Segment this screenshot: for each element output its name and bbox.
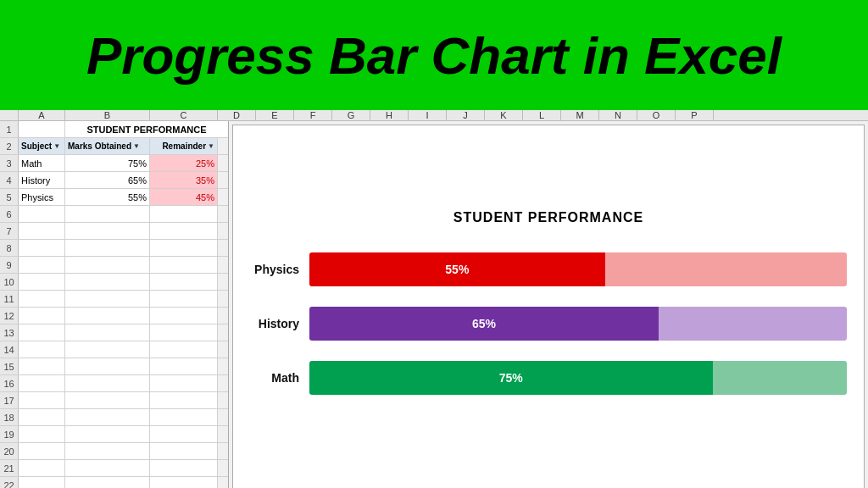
row-num: 4 [0, 172, 19, 188]
col-k: K [485, 110, 523, 120]
bar-row-physics: Physics 55% [250, 252, 847, 286]
table-row: 1 STUDENT PERFORMANCE [0, 121, 228, 138]
col-g: G [332, 110, 370, 120]
table-row: 16 [0, 375, 228, 392]
cell-marks-history[interactable]: 65% [65, 172, 150, 188]
bar-remainder-physics [605, 252, 847, 286]
bar-fill-math: 75% [309, 361, 713, 395]
col-f: F [294, 110, 332, 120]
table-row: 9 [0, 257, 228, 274]
table-row: 14 [0, 341, 228, 358]
chart-area: STUDENT PERFORMANCE Physics 55% History … [232, 125, 865, 488]
bar-label-math: Math [250, 371, 309, 385]
bar-row-math: Math 75% [250, 361, 847, 395]
table-row: 21 [0, 460, 228, 477]
table-row: 11 [0, 291, 228, 308]
cell-a2[interactable]: Subject ▼ [19, 138, 65, 154]
col-c: C [150, 110, 218, 120]
col-p: P [676, 110, 714, 120]
cell-remainder-physics[interactable]: 45% [150, 189, 218, 205]
row-num: 1 [0, 121, 19, 137]
column-headers: A B C D E F G H I J K L M N O P [0, 110, 868, 121]
bar-container-math: 75% [309, 361, 847, 395]
cell-marks-math[interactable]: 75% [65, 155, 150, 171]
table-row: 10 [0, 274, 228, 291]
table-row: 19 [0, 426, 228, 443]
row-num: 2 [0, 138, 19, 154]
page-title: Progress Bar Chart in Excel [86, 25, 782, 86]
left-grid: 1 STUDENT PERFORMANCE 2 Subject ▼ Marks … [0, 121, 229, 488]
table-row: 20 [0, 443, 228, 460]
bar-row-history: History 65% [250, 307, 847, 341]
bar-label-history: History [250, 317, 309, 330]
row-num: 5 [0, 189, 19, 205]
cell-a1[interactable] [19, 121, 65, 137]
title-bar: Progress Bar Chart in Excel [0, 0, 868, 110]
cell-subject-history[interactable]: History [19, 172, 65, 188]
row-num: 3 [0, 155, 19, 171]
table-row: 17 [0, 392, 228, 409]
cell-b2[interactable]: Marks Obtained ▼ [65, 138, 150, 154]
table-row: 22 [0, 477, 228, 488]
col-b: B [65, 110, 150, 120]
filter-icon[interactable]: ▼ [53, 142, 60, 150]
bar-fill-history: 65% [309, 307, 659, 341]
col-o: O [637, 110, 676, 120]
col-e: E [256, 110, 294, 120]
bar-remainder-history [659, 307, 847, 341]
bar-label-physics: Physics [250, 263, 309, 276]
cell-remainder-math[interactable]: 25% [150, 155, 218, 171]
table-row: 5 Physics 55% 45% [0, 189, 228, 206]
table-row: 18 [0, 409, 228, 426]
table-row: 3 Math 75% 25% [0, 155, 228, 172]
col-l: L [523, 110, 561, 120]
table-row: 8 [0, 240, 228, 257]
cell-subject-math[interactable]: Math [19, 155, 65, 171]
col-j: J [447, 110, 485, 120]
filter-icon-c[interactable]: ▼ [208, 142, 214, 150]
excel-area: A B C D E F G H I J K L M N O P 1 STUDEN… [0, 110, 868, 488]
col-d: D [218, 110, 256, 120]
cell-remainder-history[interactable]: 35% [150, 172, 218, 188]
cell-subject-physics[interactable]: Physics [19, 189, 65, 205]
student-performance-label: STUDENT PERFORMANCE [65, 121, 228, 137]
bar-remainder-math [713, 361, 848, 395]
col-m: M [561, 110, 599, 120]
cell-marks-physics[interactable]: 55% [65, 189, 150, 205]
bar-fill-physics: 55% [309, 252, 605, 286]
col-n: N [599, 110, 637, 120]
table-row: 7 [0, 223, 228, 240]
col-h: H [370, 110, 409, 120]
table-row: 6 [0, 206, 228, 223]
table-row: 12 [0, 308, 228, 324]
cell-c2[interactable]: Remainder ▼ [150, 138, 218, 154]
sheet-body: 1 STUDENT PERFORMANCE 2 Subject ▼ Marks … [0, 121, 868, 488]
table-row: 4 History 65% 35% [0, 172, 228, 189]
row-num-header [0, 110, 19, 120]
col-i: I [409, 110, 447, 120]
bar-container-physics: 55% [309, 252, 847, 286]
table-row: 2 Subject ▼ Marks Obtained ▼ Remainder ▼ [0, 138, 228, 155]
filter-icon-b[interactable]: ▼ [133, 142, 140, 150]
chart-title: STUDENT PERFORMANCE [453, 210, 643, 225]
bar-container-history: 65% [309, 307, 847, 341]
table-row: 13 [0, 324, 228, 341]
table-row: 15 [0, 358, 228, 375]
col-a: A [19, 110, 65, 120]
